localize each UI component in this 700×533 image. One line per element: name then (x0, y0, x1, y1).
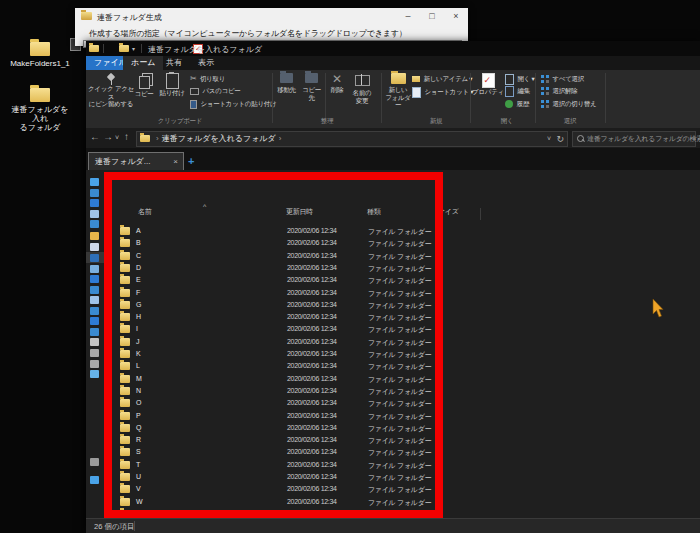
cut-icon: ✂ (190, 74, 196, 84)
new-folder-button[interactable]: 新しい フォルダー (383, 73, 413, 109)
maximize-button[interactable]: □ (420, 8, 444, 25)
copy-path-button[interactable]: パスのコピー (190, 86, 240, 96)
breadcrumb-chevron: › (153, 134, 162, 143)
shortcut-button[interactable]: ショートカット ▾ (412, 87, 473, 97)
minimize-button[interactable]: – (396, 8, 420, 25)
folder-icon (30, 42, 50, 56)
app-titlebar: 連番フォルダ生成 – □ × (75, 8, 468, 26)
tab-share[interactable]: 共有 (158, 56, 190, 70)
annotation-rectangle (104, 172, 443, 518)
explorer-titlebar: ✓ ▾ 連番フォルダを入れるフォルダ (86, 41, 700, 56)
explorer-app-icon (89, 45, 99, 52)
back-button[interactable]: ← (90, 131, 100, 142)
new-folder-icon (391, 73, 406, 84)
invert-selection-icon (541, 100, 549, 108)
status-bar: 26 個の項目 (86, 518, 700, 533)
edit-button[interactable]: 編集 (505, 86, 530, 96)
new-item-button[interactable]: 新しいアイテム ▾ (412, 74, 472, 84)
pin-icon (105, 73, 117, 85)
up-button[interactable]: ↑ (124, 131, 129, 142)
group-open-label: 開く (472, 117, 542, 126)
forward-button[interactable]: → (103, 131, 113, 142)
search-placeholder: 連番フォルダを入れるフォルダの検索 (587, 132, 700, 145)
app-title: 連番フォルダ生成 (97, 12, 162, 23)
new-item-icon (412, 76, 420, 82)
breadcrumb-chevron[interactable]: › (276, 134, 285, 143)
copy-path-icon (190, 88, 199, 95)
invert-selection-button[interactable]: 選択の切り替え (541, 99, 596, 109)
qat-dropdown-icon[interactable]: ▾ (132, 45, 135, 52)
refresh-icon[interactable]: ↻ (556, 132, 564, 146)
group-select-label: 選択 (535, 117, 605, 126)
folder-tab-label: 連番フォルダ... (95, 153, 150, 170)
select-none-icon (541, 87, 549, 95)
ribbon: クイック アクセス にピン留めする コピー 貼り付け ✂ 切り取り パスのコピー… (86, 70, 700, 129)
delete-button[interactable]: ✕ 削除 (326, 73, 348, 94)
select-none-button[interactable]: 選択解除 (541, 86, 577, 96)
desktop-icon-label: 連番フォルダを入れ るフォルダ (8, 105, 72, 132)
folder-icon (30, 88, 50, 102)
item-count: 26 個の項目 (94, 522, 135, 532)
address-dropdown-icon[interactable]: ˅ (547, 132, 551, 146)
desktop-icon-makefolders[interactable]: MakeFolders1_1 (8, 42, 72, 68)
copy-to-icon (305, 73, 318, 83)
rename-button[interactable]: 名前の 変更 (349, 73, 375, 104)
rename-icon (355, 75, 370, 86)
move-to-button[interactable]: 移動先 (274, 73, 299, 94)
qat-new-folder-icon[interactable] (119, 45, 129, 52)
ribbon-tab-row: ファイル ホーム 共有 表示 (86, 56, 700, 70)
properties-icon (482, 73, 495, 88)
tab-view[interactable]: 表示 (190, 56, 222, 70)
address-bar-row: ← → ˅ ↑ ›連番フォルダを入れるフォルダ› ˅ ↻ 連番フォルダを入れるフ… (86, 128, 700, 148)
open-button[interactable]: 開く ▾ (505, 74, 535, 84)
folder-tab[interactable]: 連番フォルダ... × (88, 152, 184, 171)
desktop-icon-renban-folder[interactable]: 連番フォルダを入れ るフォルダ (8, 88, 72, 132)
recent-dropdown-icon[interactable]: ˅ (115, 134, 119, 141)
pin-to-quick-access-button[interactable]: クイック アクセス にピン留めする (88, 73, 134, 108)
shortcut-icon (412, 87, 421, 98)
app-instruction: 作成する場所の指定（マイコンピューターからフォルダ名をドラッグドロップできます） (89, 28, 406, 39)
new-tab-icon[interactable]: + (188, 154, 194, 168)
app-folder-icon (81, 12, 92, 20)
properties-button[interactable]: プロパティ (472, 73, 504, 96)
mouse-cursor (652, 299, 666, 319)
edit-icon (505, 86, 514, 97)
history-icon (505, 100, 513, 108)
group-clipboard-label: クリップボード (145, 117, 215, 126)
folder-tab-bar: 連番フォルダ... × + (86, 148, 700, 171)
group-organize-label: 整理 (292, 117, 362, 126)
desktop-icon-label: MakeFolders1_1 (8, 59, 72, 68)
paste-button[interactable]: 貼り付け (158, 73, 186, 97)
select-all-icon (541, 75, 549, 83)
history-button[interactable]: 履歴 (505, 99, 529, 109)
copy-icon (139, 76, 150, 89)
tab-close-icon[interactable]: × (173, 153, 178, 170)
paste-shortcut-button[interactable]: ショートカットの貼り付け (190, 99, 276, 109)
search-input[interactable]: 連番フォルダを入れるフォルダの検索 (572, 131, 696, 147)
cut-button[interactable]: ✂ 切り取り (190, 74, 225, 84)
desktop: MakeFolders1_1 連番フォルダを入れ るフォルダ 連番フォルダ生成 … (0, 0, 700, 533)
open-icon (505, 74, 514, 85)
select-all-button[interactable]: すべて選択 (541, 74, 584, 84)
address-bar[interactable]: ›連番フォルダを入れるフォルダ› ˅ ↻ (136, 131, 568, 147)
copy-to-button[interactable]: コピー先 (299, 73, 324, 101)
search-icon (577, 135, 584, 142)
paste-icon (166, 73, 179, 89)
window-title: 連番フォルダを入れるフォルダ (148, 44, 262, 55)
group-new-label: 新規 (401, 117, 471, 126)
close-button[interactable]: × (444, 8, 468, 25)
address-folder-icon (140, 135, 150, 142)
copy-button[interactable]: コピー (132, 73, 156, 98)
breadcrumb-path[interactable]: 連番フォルダを入れるフォルダ (162, 134, 276, 143)
paste-shortcut-icon (190, 100, 197, 109)
delete-icon: ✕ (326, 73, 348, 86)
move-to-icon (280, 73, 293, 83)
